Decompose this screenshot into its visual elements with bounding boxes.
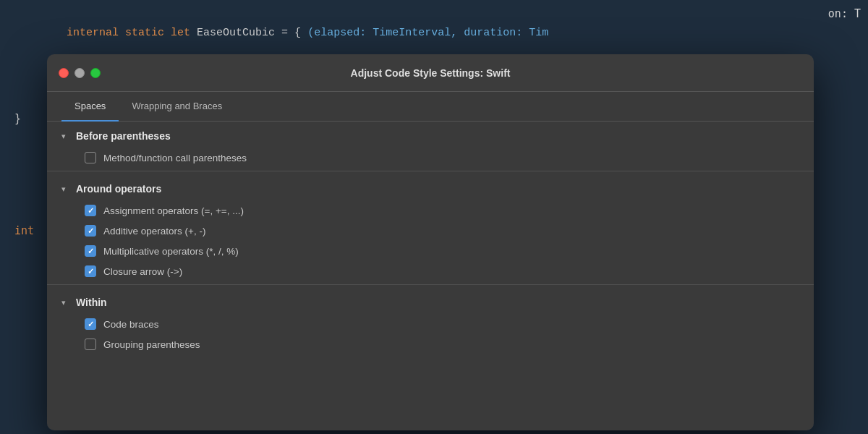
section-title-around-operators: Around operators bbox=[76, 183, 161, 195]
label-code-braces: Code braces bbox=[103, 319, 159, 330]
checkbox-grouping-parentheses[interactable] bbox=[85, 339, 96, 350]
checkbox-method-function-call[interactable] bbox=[85, 152, 96, 163]
chevron-around-operators-icon: ▾ bbox=[61, 184, 72, 194]
traffic-lights bbox=[59, 68, 101, 78]
maximize-button[interactable] bbox=[90, 68, 101, 78]
item-method-function-call: Method/function call parentheses bbox=[47, 148, 814, 168]
item-additive-operators: Additive operators (+, -) bbox=[47, 221, 814, 241]
section-header-before-parentheses[interactable]: ▾ Before parentheses bbox=[47, 122, 814, 148]
code-line-1: internal static let EaseOutCubic = { (el… bbox=[14, 7, 854, 59]
checkbox-additive-operators[interactable] bbox=[85, 225, 96, 237]
divider-2 bbox=[47, 284, 814, 285]
checkbox-multiplicative-operators[interactable] bbox=[85, 245, 96, 257]
close-button[interactable] bbox=[59, 68, 69, 78]
item-assignment-operators: Assignment operators (=, +=, ...) bbox=[47, 200, 814, 221]
content-area: ▾ Before parentheses Method/function cal… bbox=[47, 122, 814, 430]
item-closure-arrow: Closure arrow (->) bbox=[47, 261, 814, 281]
checkbox-code-braces[interactable] bbox=[85, 318, 96, 330]
item-grouping-parentheses: Grouping parentheses bbox=[47, 334, 814, 354]
label-grouping-parentheses: Grouping parentheses bbox=[103, 339, 200, 350]
checkbox-closure-arrow[interactable] bbox=[85, 265, 96, 277]
tab-spaces[interactable]: Spaces bbox=[61, 92, 119, 122]
label-method-function-call: Method/function call parentheses bbox=[103, 153, 247, 163]
checkbox-assignment-operators[interactable] bbox=[85, 205, 96, 216]
section-before-parentheses: ▾ Before parentheses Method/function cal… bbox=[47, 122, 814, 168]
sidebar-int: int bbox=[14, 224, 34, 237]
right-code: on: T bbox=[828, 7, 861, 20]
minimize-button[interactable] bbox=[75, 68, 85, 78]
item-code-braces: Code braces bbox=[47, 314, 814, 334]
section-around-operators: ▾ Around operators Assignment operators … bbox=[47, 174, 814, 281]
dialog-title: Adjust Code Style Settings: Swift bbox=[351, 67, 511, 79]
section-within: ▾ Within Code braces Grouping parenthese… bbox=[47, 288, 814, 354]
chevron-before-parentheses-icon: ▾ bbox=[61, 132, 72, 141]
section-title-within: Within bbox=[76, 297, 107, 308]
divider-1 bbox=[47, 171, 814, 171]
tab-wrapping-and-braces[interactable]: Wrapping and Braces bbox=[119, 92, 235, 122]
sidebar-brace: } bbox=[14, 112, 21, 125]
chevron-within-icon: ▾ bbox=[61, 298, 72, 307]
dialog-window: Adjust Code Style Settings: Swift Spaces… bbox=[47, 54, 814, 430]
label-multiplicative-operators: Multiplicative operators (*, /, %) bbox=[103, 246, 239, 257]
label-additive-operators: Additive operators (+, -) bbox=[103, 226, 205, 237]
section-title-before-parentheses: Before parentheses bbox=[76, 130, 171, 142]
label-assignment-operators: Assignment operators (=, +=, ...) bbox=[103, 205, 244, 216]
tabs-bar: Spaces Wrapping and Braces bbox=[47, 92, 814, 122]
section-header-within[interactable]: ▾ Within bbox=[47, 288, 814, 314]
label-closure-arrow: Closure arrow (->) bbox=[103, 266, 182, 277]
title-bar: Adjust Code Style Settings: Swift bbox=[47, 54, 814, 92]
dialog-body: Spaces Wrapping and Braces ▾ Before pare… bbox=[47, 92, 814, 430]
section-header-around-operators[interactable]: ▾ Around operators bbox=[47, 174, 814, 200]
item-multiplicative-operators: Multiplicative operators (*, /, %) bbox=[47, 241, 814, 261]
